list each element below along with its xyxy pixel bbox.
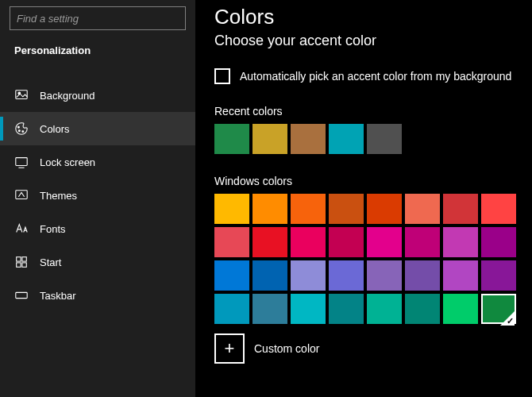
- color-swatch[interactable]: [367, 260, 402, 291]
- svg-rect-14: [16, 292, 27, 298]
- color-swatch[interactable]: [405, 294, 440, 324]
- auto-color-checkbox[interactable]: [214, 68, 230, 84]
- main-panel: Colors Choose your accent color Automati…: [195, 0, 532, 397]
- color-swatch[interactable]: [253, 227, 287, 257]
- sidebar-item-label: Themes: [40, 190, 77, 202]
- nav-list: BackgroundColorsLock screenThemesFontsSt…: [0, 79, 195, 312]
- color-swatch[interactable]: [443, 194, 478, 224]
- sidebar-item-lockscreen[interactable]: Lock screen: [0, 145, 195, 179]
- svg-rect-10: [17, 257, 21, 261]
- taskbar-icon: [14, 288, 29, 303]
- color-swatch[interactable]: [214, 227, 249, 257]
- search-input[interactable]: [17, 13, 179, 25]
- sidebar-item-label: Lock screen: [40, 156, 95, 168]
- recent-color-swatch[interactable]: [253, 124, 287, 154]
- sidebar-item-label: Taskbar: [40, 290, 76, 302]
- custom-color-button[interactable]: +: [214, 333, 245, 364]
- search-box[interactable]: [10, 6, 186, 30]
- color-swatch[interactable]: [329, 260, 364, 291]
- color-swatch[interactable]: [253, 294, 287, 324]
- color-swatch[interactable]: [253, 194, 287, 224]
- color-swatch[interactable]: [367, 194, 402, 224]
- sidebar-item-start[interactable]: Start: [0, 245, 195, 279]
- color-swatch[interactable]: [443, 227, 478, 257]
- color-swatch[interactable]: [405, 227, 440, 257]
- sidebar-item-colors[interactable]: Colors: [0, 112, 195, 145]
- page-title: Colors: [214, 5, 532, 29]
- section-title: Personalization: [0, 41, 195, 66]
- fonts-icon: [14, 222, 29, 236]
- custom-color-row: + Custom color: [214, 333, 532, 364]
- color-swatch[interactable]: [443, 294, 478, 324]
- color-swatch[interactable]: [481, 260, 516, 291]
- windows-colors-heading: Windows colors: [214, 175, 532, 187]
- sidebar-item-background[interactable]: Background: [0, 79, 195, 112]
- color-swatch[interactable]: [253, 260, 287, 291]
- color-swatch[interactable]: [405, 194, 440, 224]
- sidebar-item-label: Fonts: [40, 223, 66, 235]
- color-swatch[interactable]: [367, 227, 402, 257]
- svg-rect-13: [22, 263, 26, 267]
- themes-icon: [14, 188, 29, 202]
- color-row: [214, 260, 516, 291]
- sidebar-item-label: Start: [40, 256, 61, 268]
- svg-point-4: [18, 126, 20, 128]
- svg-rect-11: [22, 257, 26, 261]
- colors-icon: [14, 121, 29, 136]
- recent-colors-row: [214, 124, 532, 154]
- color-swatch[interactable]: [329, 194, 364, 224]
- lockscreen-icon: [14, 155, 29, 169]
- auto-color-label: Automatically pick an accent color from …: [240, 70, 511, 83]
- color-swatch[interactable]: [481, 194, 516, 224]
- windows-colors-grid: [214, 194, 516, 324]
- start-icon: [14, 255, 29, 269]
- color-swatch[interactable]: [481, 227, 516, 257]
- recent-color-swatch[interactable]: [367, 124, 402, 154]
- color-swatch[interactable]: [367, 294, 402, 324]
- recent-colors-heading: Recent colors: [214, 105, 532, 118]
- color-swatch[interactable]: [291, 294, 326, 324]
- color-swatch[interactable]: [443, 260, 478, 291]
- color-swatch[interactable]: [291, 260, 326, 291]
- sidebar-item-fonts[interactable]: Fonts: [0, 212, 195, 245]
- custom-color-label: Custom color: [254, 342, 319, 355]
- recent-color-swatch[interactable]: [329, 124, 364, 154]
- svg-point-5: [18, 130, 20, 132]
- color-row: [214, 227, 516, 257]
- color-swatch[interactable]: [481, 294, 516, 324]
- svg-rect-12: [17, 263, 21, 267]
- auto-color-row[interactable]: Automatically pick an accent color from …: [214, 68, 532, 84]
- page-subtitle: Choose your accent color: [214, 33, 532, 49]
- color-swatch[interactable]: [329, 227, 364, 257]
- svg-rect-7: [16, 158, 27, 166]
- color-swatch[interactable]: [214, 294, 249, 324]
- plus-icon: +: [225, 338, 235, 359]
- sidebar-item-label: Background: [40, 90, 94, 102]
- color-swatch[interactable]: [405, 260, 440, 291]
- color-swatch[interactable]: [214, 194, 249, 224]
- color-swatch[interactable]: [214, 260, 249, 291]
- color-swatch[interactable]: [329, 294, 364, 324]
- color-row: [214, 194, 516, 224]
- recent-color-swatch[interactable]: [291, 124, 326, 154]
- color-row: [214, 294, 516, 324]
- background-icon: [14, 88, 29, 102]
- sidebar-item-label: Colors: [40, 123, 70, 135]
- selected-check-icon: [500, 311, 515, 326]
- sidebar: Personalization BackgroundColorsLock scr…: [0, 0, 195, 397]
- svg-rect-9: [16, 191, 27, 199]
- sidebar-item-taskbar[interactable]: Taskbar: [0, 279, 195, 312]
- svg-point-6: [22, 131, 24, 133]
- sidebar-item-themes[interactable]: Themes: [0, 179, 195, 212]
- color-swatch[interactable]: [291, 227, 326, 257]
- color-swatch[interactable]: [291, 194, 326, 224]
- recent-color-swatch[interactable]: [214, 124, 249, 154]
